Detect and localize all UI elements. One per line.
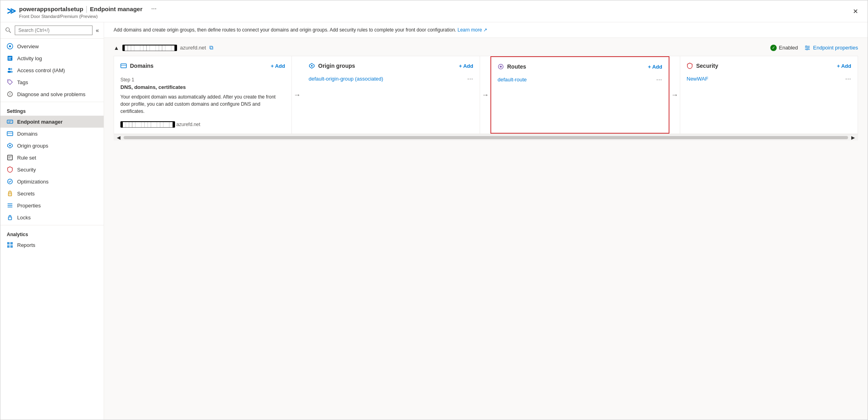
security-add-button[interactable]: + Add bbox=[837, 63, 851, 69]
routes-column-header: Routes + Add bbox=[498, 63, 662, 70]
sidebar-item-optimizations[interactable]: Optimizations bbox=[0, 175, 104, 187]
route-link-0[interactable]: default-route bbox=[498, 77, 527, 83]
origin-groups-column-icon bbox=[309, 63, 315, 69]
collapse-sidebar-button[interactable]: « bbox=[96, 27, 99, 34]
security-column-header: Security + Add bbox=[687, 63, 851, 69]
sidebar-item-domains[interactable]: Domains bbox=[0, 128, 104, 140]
diagnose-icon bbox=[7, 91, 13, 97]
sidebar-item-label: Activity log bbox=[17, 55, 42, 61]
status-enabled: Enabled bbox=[770, 45, 798, 51]
sidebar-item-reports[interactable]: Reports bbox=[0, 239, 104, 251]
sidebar-item-label: Overview bbox=[17, 43, 39, 49]
content-area: Add domains and create origin groups, th… bbox=[104, 22, 868, 420]
svg-rect-34 bbox=[7, 245, 10, 248]
sidebar-item-label: Access control (IAM) bbox=[17, 67, 65, 73]
iam-icon bbox=[7, 67, 13, 73]
overview-icon bbox=[7, 43, 13, 49]
sidebar-item-rule-set[interactable]: Rule set bbox=[0, 152, 104, 164]
origin-groups-add-button[interactable]: + Add bbox=[459, 63, 473, 69]
origin-group-more-button-0[interactable]: ··· bbox=[467, 75, 473, 82]
sidebar-item-iam[interactable]: Access control (IAM) bbox=[0, 64, 104, 76]
sidebar-item-label: Diagnose and solve problems bbox=[17, 91, 85, 97]
optimizations-icon bbox=[7, 178, 13, 185]
sidebar-item-label: Domains bbox=[17, 131, 37, 137]
domains-column-title: Domains bbox=[120, 63, 154, 69]
svg-point-3 bbox=[9, 45, 11, 47]
nav-divider-1 bbox=[0, 102, 104, 102]
sidebar-navigation: Overview Activity log Access control (IA… bbox=[0, 39, 104, 420]
svg-point-21 bbox=[9, 145, 11, 146]
step-label: Step 1 bbox=[120, 77, 285, 83]
resource-name: powerappsportalsetup bbox=[19, 6, 83, 12]
secrets-icon bbox=[7, 190, 13, 197]
sidebar-item-security[interactable]: Security bbox=[0, 164, 104, 175]
svg-rect-7 bbox=[8, 59, 11, 59]
rule-set-icon bbox=[7, 154, 13, 161]
step-title: DNS, domains, certificates bbox=[120, 84, 285, 90]
sidebar-item-activity-log[interactable]: Activity log bbox=[0, 52, 104, 64]
domains-add-button[interactable]: + Add bbox=[271, 63, 285, 69]
sidebar-item-diagnose[interactable]: Diagnose and solve problems bbox=[0, 88, 104, 100]
endpoint-status-area: Enabled Endpoint properties bbox=[770, 45, 858, 51]
sidebar-item-overview[interactable]: Overview bbox=[0, 40, 104, 52]
svg-rect-31 bbox=[8, 217, 12, 220]
sidebar-item-locks[interactable]: Locks bbox=[0, 211, 104, 223]
ellipsis-button[interactable]: ··· bbox=[148, 4, 159, 14]
arrow-3: → bbox=[669, 91, 680, 99]
sidebar-item-endpoint-manager[interactable]: Endpoint manager bbox=[0, 116, 104, 128]
origin-groups-icon bbox=[7, 142, 13, 149]
sidebar-item-secrets[interactable]: Secrets bbox=[0, 187, 104, 199]
search-input[interactable] bbox=[15, 26, 93, 35]
sidebar-item-label: Reports bbox=[17, 242, 35, 248]
scroll-left-button[interactable]: ◀ bbox=[115, 135, 122, 140]
settings-section-title: Settings bbox=[0, 104, 104, 116]
routes-add-button[interactable]: + Add bbox=[648, 64, 662, 70]
security-column-icon bbox=[687, 63, 693, 69]
info-text: Add domains and create origin groups, th… bbox=[114, 27, 456, 33]
learn-more-link[interactable]: Learn more ↗ bbox=[458, 27, 488, 33]
security-more-button-0[interactable]: ··· bbox=[845, 75, 851, 82]
sidebar-item-properties[interactable]: Properties bbox=[0, 199, 104, 211]
close-button[interactable]: ✕ bbox=[850, 6, 861, 17]
endpoint-title-row: ▲ ████████████████ azurefd.net ⧉ bbox=[114, 44, 213, 51]
svg-point-41 bbox=[807, 49, 808, 50]
routes-column: Routes + Add default-route ··· bbox=[490, 56, 669, 134]
scroll-track[interactable] bbox=[124, 136, 848, 139]
security-column: Security + Add NewWAF ··· bbox=[680, 56, 858, 134]
sidebar-item-label: Optimizations bbox=[17, 179, 49, 185]
domains-step-content: Step 1 DNS, domains, certificates Your e… bbox=[120, 77, 285, 115]
horizontal-scrollbar: ◀ ▶ bbox=[114, 134, 858, 140]
sidebar-item-label: Tags bbox=[17, 79, 28, 85]
svg-rect-33 bbox=[10, 242, 13, 245]
endpoint-properties-button[interactable]: Endpoint properties bbox=[804, 45, 858, 51]
svg-point-14 bbox=[10, 95, 10, 96]
activity-log-icon bbox=[7, 55, 13, 61]
route-more-button-0[interactable]: ··· bbox=[656, 76, 662, 83]
sidebar-item-tags[interactable]: Tags bbox=[0, 76, 104, 88]
copy-domain-button[interactable]: ⧉ bbox=[209, 44, 213, 51]
columns-grid: Domains + Add Step 1 DNS, domains, certi… bbox=[114, 56, 858, 134]
arrow-1: → bbox=[292, 91, 302, 99]
domain-name-redacted: ████████████████ bbox=[120, 121, 175, 128]
endpoint-properties-label: Endpoint properties bbox=[813, 45, 858, 51]
svg-point-40 bbox=[808, 47, 809, 48]
reports-icon bbox=[7, 242, 13, 248]
origin-group-link-0[interactable]: default-origin-group (associated) bbox=[309, 76, 383, 82]
external-link-icon: ↗ bbox=[483, 27, 487, 33]
scroll-right-button[interactable]: ▶ bbox=[850, 135, 856, 140]
svg-point-27 bbox=[10, 194, 10, 195]
sidebar-item-origin-groups[interactable]: Origin groups bbox=[0, 140, 104, 152]
locks-icon bbox=[7, 214, 13, 221]
svg-point-45 bbox=[311, 65, 313, 67]
security-link-0[interactable]: NewWAF bbox=[687, 76, 708, 82]
title-bar: ≫ powerappsportalsetup | Endpoint manage… bbox=[0, 0, 868, 22]
expand-collapse-button[interactable]: ▲ bbox=[114, 45, 119, 51]
nav-divider-2 bbox=[0, 225, 104, 225]
resource-subtitle: Front Door Standard/Premium (Preview) bbox=[19, 14, 160, 19]
status-label: Enabled bbox=[779, 45, 798, 51]
domains-column-header: Domains + Add bbox=[120, 63, 285, 69]
origin-groups-column: Origin groups + Add default-origin-group… bbox=[302, 56, 480, 134]
domain-suffix: azurefd.net bbox=[176, 122, 200, 127]
title-divider: | bbox=[86, 5, 88, 13]
search-bar: « bbox=[0, 22, 104, 39]
